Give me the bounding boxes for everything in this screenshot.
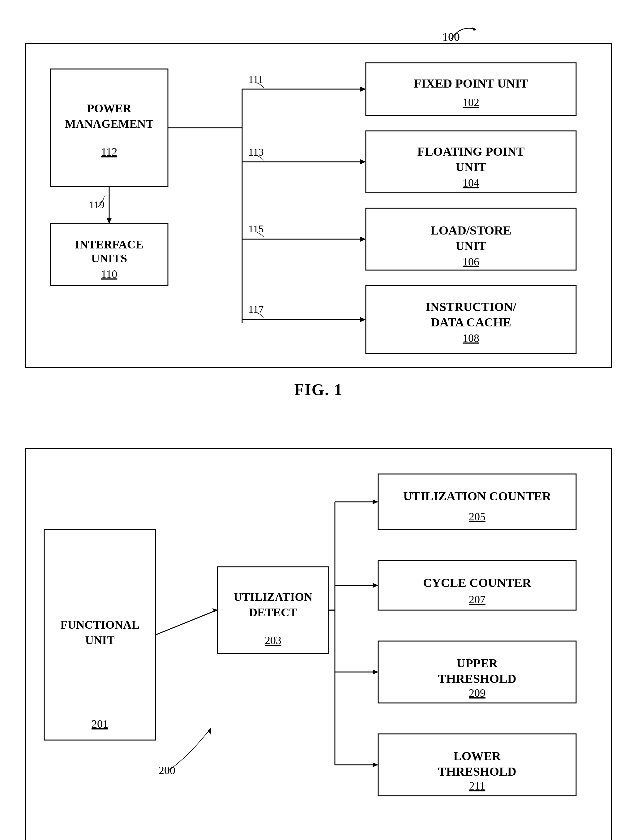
svg-line-70 — [329, 502, 378, 610]
svg-marker-76 — [373, 669, 378, 674]
svg-text:FLOATING POINT: FLOATING POINT — [417, 144, 524, 158]
svg-text:UTILIZATION COUNTER: UTILIZATION COUNTER — [403, 489, 551, 503]
svg-text:MANAGEMENT: MANAGEMENT — [65, 117, 153, 130]
svg-text:108: 108 — [463, 332, 479, 344]
fig1-section: 100 POWER MANAGEMENT 112 INTERFACE UNITS… — [25, 19, 612, 399]
svg-text:201: 201 — [91, 718, 108, 730]
fig2-diagram: FUNCTIONAL UNIT 201 UTILIZATION DETECT 2… — [26, 449, 613, 840]
svg-text:113: 113 — [248, 146, 264, 158]
svg-text:POWER: POWER — [87, 102, 131, 115]
svg-marker-31 — [360, 87, 366, 92]
svg-text:200: 200 — [159, 764, 175, 777]
fig1-label: FIG. 1 — [25, 381, 612, 399]
svg-marker-37 — [360, 237, 366, 242]
svg-text:209: 209 — [469, 687, 486, 699]
svg-text:THRESHOLD: THRESHOLD — [438, 764, 516, 778]
svg-line-50 — [156, 610, 217, 635]
svg-text:119: 119 — [89, 199, 104, 210]
svg-text:FUNCTIONAL: FUNCTIONAL — [60, 618, 139, 631]
svg-text:FIXED POINT UNIT: FIXED POINT UNIT — [414, 76, 528, 90]
svg-marker-40 — [360, 317, 366, 322]
svg-marker-11 — [107, 218, 112, 224]
svg-text:UPPER: UPPER — [456, 656, 498, 670]
fig2-section: FUNCTIONAL UNIT 201 UTILIZATION DETECT 2… — [25, 448, 612, 840]
svg-text:UTILIZATION: UTILIZATION — [234, 591, 313, 603]
svg-text:207: 207 — [469, 594, 486, 606]
svg-text:LOAD/STORE: LOAD/STORE — [430, 223, 511, 237]
svg-marker-72 — [373, 499, 378, 504]
svg-text:104: 104 — [463, 177, 479, 189]
svg-text:INSTRUCTION/: INSTRUCTION/ — [426, 300, 516, 314]
svg-marker-0 — [473, 27, 476, 31]
svg-text:203: 203 — [265, 634, 281, 647]
svg-text:DETECT: DETECT — [249, 606, 297, 619]
svg-text:UNIT: UNIT — [456, 160, 486, 174]
svg-marker-34 — [360, 159, 366, 164]
svg-text:UNIT: UNIT — [85, 634, 114, 647]
svg-text:115: 115 — [248, 223, 264, 235]
svg-text:CYCLE COUNTER: CYCLE COUNTER — [423, 576, 531, 590]
svg-text:205: 205 — [469, 510, 486, 523]
svg-text:UNIT: UNIT — [456, 239, 486, 253]
svg-text:LOWER: LOWER — [453, 749, 501, 763]
svg-text:INTERFACE: INTERFACE — [75, 238, 143, 251]
svg-text:100: 100 — [442, 30, 460, 43]
svg-marker-78 — [373, 763, 378, 767]
svg-text:106: 106 — [463, 256, 479, 268]
page: 100 POWER MANAGEMENT 112 INTERFACE UNITS… — [0, 0, 637, 840]
svg-text:211: 211 — [469, 780, 486, 792]
svg-text:102: 102 — [463, 96, 479, 109]
svg-text:111: 111 — [248, 74, 263, 85]
svg-marker-53 — [208, 728, 211, 734]
svg-text:DATA CACHE: DATA CACHE — [431, 315, 511, 329]
svg-text:112: 112 — [101, 146, 118, 158]
svg-marker-74 — [373, 583, 378, 588]
svg-text:UNITS: UNITS — [91, 252, 127, 265]
svg-text:110: 110 — [101, 268, 118, 280]
svg-text:117: 117 — [248, 303, 264, 315]
fig1-diagram: POWER MANAGEMENT 112 INTERFACE UNITS 110… — [26, 44, 613, 369]
svg-text:THRESHOLD: THRESHOLD — [438, 672, 516, 685]
